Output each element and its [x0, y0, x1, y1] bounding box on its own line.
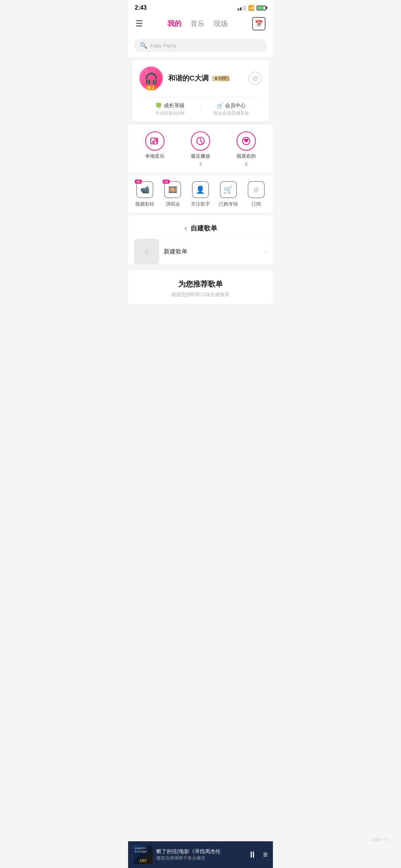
subscribe-icon: ☆ — [248, 181, 265, 198]
purchased-album-icon: 🛒 — [220, 181, 237, 198]
5g-badge: 5G — [135, 180, 142, 184]
growth-sub: 今日听歌0分钟 — [155, 110, 185, 117]
local-music-button[interactable]: 本地音乐 — [132, 131, 177, 167]
playlist-section-title: ∨ 自建歌单 — [128, 216, 273, 239]
concert-button[interactable]: 5G 🎞️ 演唱会 — [159, 181, 187, 207]
member-icon: 🛒 — [216, 102, 224, 109]
subscribe-button[interactable]: ☆ 订阅 — [242, 181, 270, 207]
recent-play-icon — [191, 131, 210, 151]
growth-label: 🍀 成长等级 — [155, 102, 185, 109]
signal-icon — [238, 5, 246, 10]
search-placeholder: Katy Perry — [150, 42, 176, 49]
status-icons: 📶 — [238, 5, 266, 11]
recommend-title: 为您推荐歌单 — [136, 279, 265, 289]
profile-top: 🎧 lv 2 和谐的C大调 ♛ SVIP ⊘ — [139, 66, 262, 90]
no-disturb-button[interactable]: ⊘ — [248, 72, 262, 85]
growth-icon: 🍀 — [155, 102, 162, 109]
divider-2 — [128, 213, 273, 216]
crown-icon: ♛ — [214, 76, 218, 81]
headphone-icon: 🎧 — [144, 72, 158, 85]
favorites-icon — [237, 131, 256, 151]
calendar-button[interactable]: 📅 — [252, 17, 265, 30]
member-sub: 联合会员震撼首发 — [213, 110, 249, 117]
level-badge: lv 2 — [146, 85, 157, 90]
chevron-down-icon: ∨ — [184, 225, 188, 231]
purchased-album-button[interactable]: 🛒 已购专辑 — [214, 181, 242, 207]
video-ringtone-button[interactable]: 5G 📹 视频彩铃 — [131, 181, 159, 207]
chevron-right-icon: › — [265, 248, 267, 256]
status-time: 2:43 — [135, 4, 147, 11]
favorites-button[interactable]: 我喜欢的 8 — [224, 131, 269, 167]
nav-tabs: 我的 音乐 现场 — [167, 19, 228, 29]
member-label: 🛒 会员中心 — [216, 102, 246, 109]
member-center-stat[interactable]: 🛒 会员中心 联合会员震撼首发 — [201, 102, 262, 117]
tab-my[interactable]: 我的 — [167, 19, 182, 29]
follow-singer-icon: 👤 — [192, 181, 209, 198]
5g-badge-2: 5G — [163, 180, 170, 184]
recent-play-button[interactable]: 最近播放 3 — [177, 131, 223, 167]
quick-icons-row: 本地音乐 最近播放 3 我喜欢的 8 — [128, 125, 273, 172]
profile-bottom: 🍀 成长等级 今日听歌0分钟 🛒 会员中心 联合会员震撼首发 — [139, 97, 262, 117]
profile-card: 🎧 lv 2 和谐的C大调 ♛ SVIP ⊘ � — [132, 60, 269, 122]
recommend-section: 为您推荐歌单 根据您的听歌口味生成推荐 — [128, 270, 273, 304]
wifi-icon: 📶 — [248, 5, 254, 11]
profile-info: 和谐的C大调 ♛ SVIP — [168, 73, 243, 83]
avatar[interactable]: 🎧 lv 2 — [139, 66, 163, 90]
new-playlist-label: 新建歌单 — [159, 241, 265, 262]
playlist-section-label: 自建歌单 — [190, 224, 217, 233]
grid-icons-row: 5G 📹 视频彩铃 5G 🎞️ 演唱会 👤 关注歌手 🛒 已购专辑 ☆ 订阅 — [128, 175, 273, 213]
search-bar[interactable]: 🔍 Katy Perry — [134, 39, 267, 52]
follow-singer-button[interactable]: 👤 关注歌手 — [187, 181, 215, 207]
profile-name: 和谐的C大调 ♛ SVIP — [168, 73, 243, 83]
concert-icon: 5G 🎞️ — [164, 181, 181, 198]
tab-live[interactable]: 现场 — [213, 19, 228, 29]
svip-badge: ♛ SVIP — [212, 76, 229, 81]
video-ringtone-icon: 5G 📹 — [136, 181, 153, 198]
growth-level-stat[interactable]: 🍀 成长等级 今日听歌0分钟 — [139, 102, 200, 117]
tab-music[interactable]: 音乐 — [190, 19, 205, 29]
battery-icon — [257, 6, 266, 10]
top-nav: ☰ 我的 音乐 现场 📅 — [128, 13, 273, 36]
add-icon: + — [143, 245, 150, 258]
local-music-icon — [145, 131, 164, 151]
search-bar-wrap: 🔍 Katy Perry — [128, 36, 273, 57]
divider-1 — [128, 172, 273, 175]
status-bar: 2:43 📶 — [128, 0, 273, 13]
search-icon: 🔍 — [140, 42, 147, 49]
new-playlist-thumb: + — [134, 239, 159, 264]
divider-3 — [128, 264, 273, 267]
new-playlist-row[interactable]: + 新建歌单 › — [128, 239, 273, 264]
recommend-sub: 根据您的听歌口味生成推荐 — [136, 291, 265, 298]
menu-button[interactable]: ☰ — [136, 19, 143, 29]
